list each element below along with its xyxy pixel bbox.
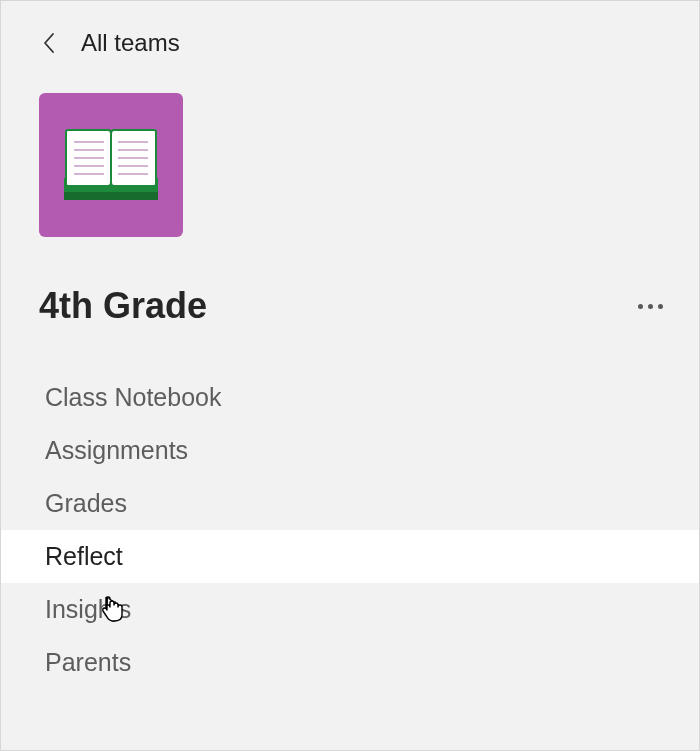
- team-header: 4th Grade: [1, 237, 699, 327]
- more-icon: [648, 304, 653, 309]
- channel-list: Class Notebook Assignments Grades Reflec…: [1, 371, 699, 689]
- chevron-left-icon: [42, 32, 56, 54]
- channel-item-insights[interactable]: Insights: [1, 583, 699, 636]
- back-label[interactable]: All teams: [81, 29, 180, 57]
- svg-rect-1: [64, 192, 158, 200]
- back-row: All teams: [1, 1, 699, 57]
- channel-item-assignments[interactable]: Assignments: [1, 424, 699, 477]
- team-name: 4th Grade: [39, 285, 207, 327]
- back-button[interactable]: [39, 33, 59, 53]
- channel-item-class-notebook[interactable]: Class Notebook: [1, 371, 699, 424]
- sidebar-panel: All teams 4th Grade Class Notebo: [0, 0, 700, 751]
- more-options-button[interactable]: [630, 296, 671, 317]
- more-icon: [638, 304, 643, 309]
- channel-item-grades[interactable]: Grades: [1, 477, 699, 530]
- more-icon: [658, 304, 663, 309]
- team-tile[interactable]: [39, 93, 183, 237]
- channel-item-parents[interactable]: Parents: [1, 636, 699, 689]
- book-icon: [56, 120, 166, 210]
- channel-item-reflect[interactable]: Reflect: [1, 530, 699, 583]
